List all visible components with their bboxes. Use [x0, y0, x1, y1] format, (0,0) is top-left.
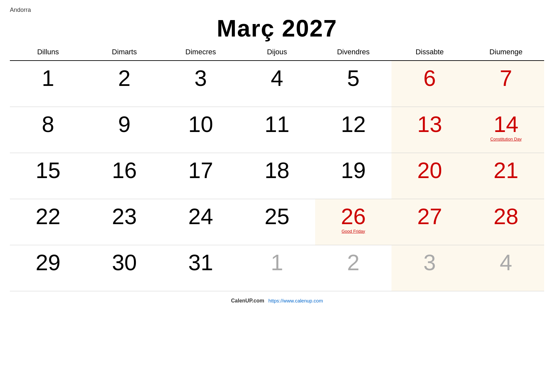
day-number: 1: [239, 245, 315, 274]
calendar-week-1: 1234567: [10, 61, 544, 107]
day-number: 9: [86, 107, 163, 135]
day-number: 27: [391, 199, 468, 227]
calendar-cell: 4: [468, 245, 544, 291]
day-number: 18: [239, 153, 315, 181]
day-number: 6: [391, 61, 468, 89]
day-number: 21: [468, 153, 544, 181]
calendar-cell: 28: [468, 199, 544, 245]
day-number: 28: [468, 199, 544, 227]
calendar-cell: 26Good Friday: [315, 199, 391, 245]
calendar-cell: 1: [239, 245, 315, 291]
calendar-cell: 15: [10, 153, 86, 199]
holiday-label: Good Friday: [315, 229, 391, 234]
day-number: 30: [86, 245, 163, 274]
calendar-week-5: 2930311234: [10, 245, 544, 291]
calendar-cell: 2: [86, 61, 163, 107]
day-number: 3: [391, 245, 468, 274]
day-number: 31: [163, 245, 239, 274]
day-number: 19: [315, 153, 391, 181]
calendar-cell: 12: [315, 107, 391, 153]
footer-brand: CalenUP.com: [231, 298, 264, 303]
calendar-cell: 6: [391, 61, 468, 107]
day-number: 10: [163, 107, 239, 135]
calendar-cell: 17: [163, 153, 239, 199]
calendar-cell: 8: [10, 107, 86, 153]
calendar-cell: 24: [163, 199, 239, 245]
calendar-cell: 13: [391, 107, 468, 153]
calendar-cell: 31: [163, 245, 239, 291]
calendar-header-dimecres: Dimecres: [163, 45, 239, 61]
day-number: 26: [315, 199, 391, 227]
calendar-header-diumenge: Diumenge: [468, 45, 544, 61]
day-number: 15: [10, 153, 86, 181]
calendar-cell: 18: [239, 153, 315, 199]
day-number: 4: [468, 245, 544, 274]
day-number: 16: [86, 153, 163, 181]
day-number: 5: [315, 61, 391, 89]
holiday-label: Constitution Day: [468, 137, 544, 142]
calendar-cell: 19: [315, 153, 391, 199]
day-number: 14: [468, 107, 544, 135]
calendar-table: DillunsDimartsDimecresDijousDivendresDis…: [10, 45, 544, 291]
calendar-week-3: 15161718192021: [10, 153, 544, 199]
day-number: 12: [315, 107, 391, 135]
calendar-header-divendres: Divendres: [315, 45, 391, 61]
day-number: 2: [86, 61, 163, 89]
day-number: 11: [239, 107, 315, 135]
calendar-header-dimarts: Dimarts: [86, 45, 163, 61]
calendar-cell: 11: [239, 107, 315, 153]
day-number: 25: [239, 199, 315, 227]
day-number: 20: [391, 153, 468, 181]
calendar-cell: 29: [10, 245, 86, 291]
calendar-cell: 22: [10, 199, 86, 245]
calendar-header-dissabte: Dissabte: [391, 45, 468, 61]
day-number: 2: [315, 245, 391, 274]
calendar-cell: 1: [10, 61, 86, 107]
day-number: 4: [239, 61, 315, 89]
country-label: Andorra: [10, 7, 544, 13]
calendar-cell: 27: [391, 199, 468, 245]
calendar-cell: 30: [86, 245, 163, 291]
calendar-cell: 7: [468, 61, 544, 107]
footer: CalenUP.com https://www.calenup.com: [10, 298, 544, 304]
calendar-header-dijous: Dijous: [239, 45, 315, 61]
day-number: 24: [163, 199, 239, 227]
day-number: 23: [86, 199, 163, 227]
calendar-cell: 3: [391, 245, 468, 291]
calendar-cell: 14Constitution Day: [468, 107, 544, 153]
day-number: 13: [391, 107, 468, 135]
calendar-cell: 16: [86, 153, 163, 199]
calendar-cell: 3: [163, 61, 239, 107]
day-number: 7: [468, 61, 544, 89]
calendar-cell: 25: [239, 199, 315, 245]
day-number: 3: [163, 61, 239, 89]
calendar-cell: 21: [468, 153, 544, 199]
day-number: 17: [163, 153, 239, 181]
calendar-cell: 20: [391, 153, 468, 199]
calendar-cell: 23: [86, 199, 163, 245]
day-number: 22: [10, 199, 86, 227]
footer-url: https://www.calenup.com: [268, 298, 323, 303]
calendar-cell: 5: [315, 61, 391, 107]
calendar-title: Març 2027: [10, 15, 544, 42]
day-number: 1: [10, 61, 86, 89]
day-number: 8: [10, 107, 86, 135]
calendar-cell: 2: [315, 245, 391, 291]
day-number: 29: [10, 245, 86, 274]
calendar-cell: 4: [239, 61, 315, 107]
calendar-week-4: 2223242526Good Friday2728: [10, 199, 544, 245]
calendar-week-2: 891011121314Constitution Day: [10, 107, 544, 153]
calendar-cell: 10: [163, 107, 239, 153]
calendar-cell: 9: [86, 107, 163, 153]
calendar-header-dilluns: Dilluns: [10, 45, 86, 61]
